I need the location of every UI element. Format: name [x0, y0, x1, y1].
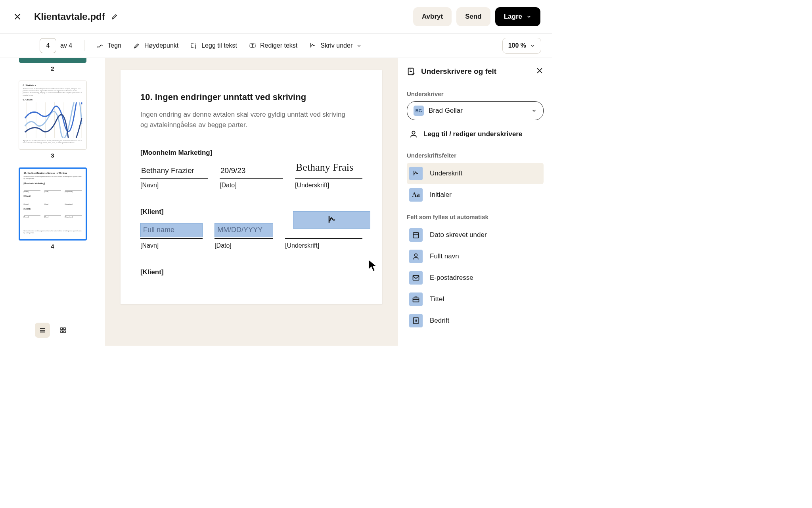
sign-icon: [309, 42, 316, 49]
field-company[interactable]: Bedrift: [407, 310, 544, 331]
svg-rect-18: [413, 298, 419, 302]
zoom-value: 100 %: [508, 42, 526, 49]
thumbnails-sidebar: 2 8. Statistics Statistics is the study …: [0, 58, 105, 346]
close-icon: [13, 12, 22, 21]
field-title[interactable]: Tittel: [407, 289, 544, 310]
name-value: Bethany Frazier: [140, 164, 208, 177]
divider: [84, 40, 84, 51]
date-value: 20/9/23: [220, 164, 283, 177]
save-button[interactable]: Lagre: [495, 7, 540, 26]
thumbnail-page-2-partial[interactable]: [19, 58, 86, 63]
page-total: av 4: [60, 42, 72, 49]
svg-rect-10: [63, 328, 65, 330]
svg-rect-12: [63, 331, 65, 333]
field-initials[interactable]: Aa Initialer: [407, 184, 544, 206]
panel-close-button[interactable]: [536, 67, 544, 76]
signature-row-1: Bethany Frazier [Navn] 20/9/23 [Dato] Be…: [140, 161, 362, 189]
person-icon: [412, 252, 420, 260]
field-signature[interactable]: Underskrift: [407, 163, 544, 184]
signature-caption: [Underskrift]: [295, 182, 362, 189]
signature-row-2: Full name [Navn] MM/DD/YYYY [Dato]: [140, 220, 362, 249]
signer-label: Underskriver: [407, 90, 544, 97]
mail-icon: [412, 274, 420, 282]
chevron-down-icon: [356, 43, 362, 48]
tool-draw[interactable]: Tegn: [96, 42, 121, 49]
tool-add-text[interactable]: Legg til tekst: [190, 42, 237, 49]
svg-rect-17: [413, 275, 419, 280]
thumbnail-page-3[interactable]: 8. Statistics Statistics is the study an…: [19, 81, 87, 150]
grid-icon: [59, 327, 67, 334]
sig-fields-label: Underskriftsfelter: [407, 152, 544, 159]
section-title: 10. Ingen endringer unntatt ved skriving: [140, 92, 362, 102]
document-title: Klientavtale.pdf: [34, 11, 105, 22]
date-field-placeholder[interactable]: MM/DD/YYYY: [214, 223, 273, 237]
cursor-icon: [367, 258, 379, 272]
date-caption: [Dato]: [214, 242, 273, 249]
svg-rect-9: [61, 328, 63, 330]
name-field-placeholder[interactable]: Full name: [140, 223, 203, 237]
field-full-name[interactable]: Fullt navn: [407, 246, 544, 267]
send-button[interactable]: Send: [456, 7, 490, 26]
save-button-label: Lagre: [504, 13, 522, 21]
panel-icon: [407, 67, 416, 76]
draw-icon: [96, 42, 103, 49]
svg-rect-19: [414, 318, 418, 324]
signature-icon: [412, 169, 420, 177]
signer-select[interactable]: BG Brad Gellar: [407, 101, 544, 120]
tool-edit-text[interactable]: Rediger tekst: [249, 42, 297, 49]
name-caption: [Navn]: [140, 242, 203, 249]
name-caption: [Navn]: [140, 182, 208, 189]
date-caption: [Dato]: [220, 182, 283, 189]
calendar-icon: [412, 231, 420, 239]
close-button[interactable]: [12, 11, 23, 22]
cancel-button[interactable]: Avbryt: [413, 7, 452, 26]
toolbar: av 4 Tegn Høydepunkt Legg til tekst Redi…: [0, 34, 552, 58]
highlight-icon: [133, 42, 140, 49]
page-4: 10. Ingen endringer unntatt ved skriving…: [121, 70, 382, 304]
document-canvas[interactable]: 10. Ingen endringer unntatt ved skriving…: [105, 58, 398, 346]
briefcase-icon: [412, 295, 420, 303]
signature-icon: [326, 214, 337, 225]
page-indicator: av 4: [40, 38, 72, 53]
close-icon: [536, 67, 544, 75]
page-number-input[interactable]: [40, 38, 56, 53]
add-text-icon: [190, 42, 197, 49]
signature-caption: [Underskrift]: [285, 242, 362, 249]
svg-rect-15: [413, 233, 418, 238]
field-email[interactable]: E-postadresse: [407, 267, 544, 289]
pencil-icon: [111, 13, 118, 20]
svg-point-14: [412, 131, 415, 134]
add-edit-signers[interactable]: Legg til / rediger underskrivere: [407, 126, 544, 147]
party-1-label: [Moonhelm Marketing]: [140, 149, 362, 157]
field-date-signed[interactable]: Dato skrevet under: [407, 224, 544, 246]
view-list-button[interactable]: [35, 323, 50, 338]
signature-drop-target[interactable]: [293, 211, 370, 229]
tool-highlight[interactable]: Høydepunkt: [133, 42, 178, 49]
autofill-label: Felt som fylles ut automatisk: [407, 214, 544, 220]
thumbnail-number: 4: [15, 243, 90, 250]
chart-thumbnail: [23, 102, 82, 138]
party-3-label: [Klient]: [140, 268, 362, 276]
initials-icon: Aa: [412, 191, 420, 198]
chevron-down-icon: [531, 108, 537, 114]
avatar: BG: [414, 106, 424, 116]
thumbnail-number: 2: [15, 65, 90, 72]
signer-name: Brad Gellar: [429, 107, 527, 115]
zoom-select[interactable]: 100 %: [502, 38, 541, 54]
svg-rect-0: [191, 43, 195, 48]
thumbnail-number: 3: [15, 152, 90, 159]
svg-point-16: [415, 254, 417, 256]
tool-sign[interactable]: Skriv under: [309, 42, 362, 49]
signers-panel: Underskrivere og felt Underskriver BG Br…: [398, 58, 552, 346]
section-body: Ingen endring av denne avtalen skal være…: [140, 110, 347, 131]
list-icon: [39, 327, 46, 334]
panel-title: Underskrivere og felt: [421, 67, 530, 76]
person-icon: [409, 130, 418, 139]
edit-text-icon: [249, 42, 256, 49]
svg-rect-11: [61, 331, 63, 333]
edit-title-button[interactable]: [111, 13, 119, 21]
app-header: Klientavtale.pdf Avbryt Send Lagre: [0, 0, 552, 34]
thumbnail-page-4[interactable]: 10. No Modifications Unless in Writing N…: [19, 167, 87, 241]
view-grid-button[interactable]: [56, 323, 71, 338]
chevron-down-icon: [530, 43, 535, 48]
